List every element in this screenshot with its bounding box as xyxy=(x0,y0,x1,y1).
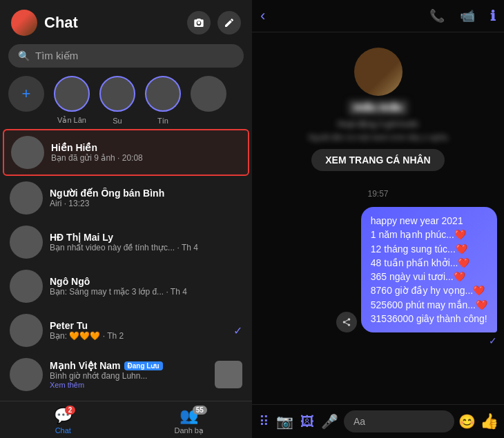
story-item-3[interactable] xyxy=(191,76,226,112)
chat-avatar-2 xyxy=(10,226,43,259)
apps-icon[interactable]: ⠿ xyxy=(258,412,271,431)
story-label-2: Tín xyxy=(145,117,181,125)
edit-button[interactable] xyxy=(217,11,241,34)
chat-list: Hiền Hiền Bạn đã gửi 9 ảnh · 20:08 Người… xyxy=(0,129,252,401)
chat-info-1: Người đến Ông bán Bình Airi · 13:23 xyxy=(50,188,242,208)
chat-item-1[interactable]: Người đến Ông bán Bình Airi · 13:23 xyxy=(3,176,249,220)
emoji-button[interactable]: 😊 xyxy=(458,413,476,430)
chat-avatar-5 xyxy=(10,358,43,391)
image-input-icon[interactable]: 🖼 xyxy=(299,412,316,431)
app-title: Chat xyxy=(44,14,180,32)
chat-avatar-4 xyxy=(10,314,43,347)
chat-avatar-0 xyxy=(11,136,44,169)
chat-item-0[interactable]: Hiền Hiền Bạn đã gửi 9 ảnh · 20:08 xyxy=(3,129,249,176)
nav-contacts[interactable]: 👥 Danh bạ 55 xyxy=(126,407,253,435)
mic-icon[interactable]: 🎤 xyxy=(320,412,340,431)
chat-name-2: HĐ Thị Mai Ly xyxy=(50,232,242,243)
story-label-1: Su xyxy=(99,117,135,125)
chat-input-bar: ⠿ 📷 🖼 🎤 Aa 😊 👍 xyxy=(252,404,504,438)
chat-avatar-3 xyxy=(10,270,43,303)
message-timestamp: 19:57 xyxy=(259,189,497,199)
story-avatar-1 xyxy=(99,76,135,112)
story-avatar-2 xyxy=(145,76,181,112)
nav-chat[interactable]: 2 💬 Chat xyxy=(0,407,126,435)
check-icon: ✓ xyxy=(233,324,242,337)
chat-badge: 2 xyxy=(65,406,76,415)
chat-name-4: Peter Tu xyxy=(50,320,226,331)
chat-name-0: Hiền Hiền xyxy=(51,142,241,153)
share-button[interactable] xyxy=(336,312,357,332)
seen-row: ✓ xyxy=(259,335,497,346)
story-avatar-0 xyxy=(54,76,90,112)
chat-item-2[interactable]: HĐ Thị Mai Ly Bạn nhất video này đề tính… xyxy=(3,220,249,264)
chat-item-5[interactable]: Mạnh Việt Nam Đang Lưu Bình giờ nhớt đan… xyxy=(3,352,249,397)
header-icons xyxy=(187,11,241,34)
call-icon[interactable]: 📞 xyxy=(429,8,445,23)
chat-info-0: Hiền Hiền Bạn đã gửi 9 ảnh · 20:08 xyxy=(51,142,241,163)
search-icon: 🔍 xyxy=(18,50,30,61)
contact-desc: Người đến từ một hành trình đầy ý nghĩa xyxy=(309,133,448,142)
video-icon[interactable]: 📹 xyxy=(460,8,475,23)
chat-item-6[interactable]: Châu Thị Hồng Nhi xyxy=(3,397,249,401)
chat-info-2: HĐ Thị Mai Ly Bạn nhất video này đề tính… xyxy=(50,232,242,252)
seen-icon: ✓ xyxy=(489,335,497,346)
add-story-button[interactable]: + xyxy=(8,76,44,112)
chat-preview-1: Airi · 13:23 xyxy=(50,199,242,208)
chat-avatar-1 xyxy=(10,181,43,215)
chat-item-3[interactable]: Ngô Ngô Bạn: Sáng may t mặc 3 lớp đ... ·… xyxy=(3,264,249,308)
chat-preview-2: Bạn nhất video này đề tính thực... · Th … xyxy=(50,243,242,252)
story-avatar-3 xyxy=(191,76,226,112)
chat-item-4[interactable]: Peter Tu Bạn: 🧡🧡🧡 · Th 2 ✓ xyxy=(3,308,249,352)
contact-card: Hiền Hiền Hoạt động 3 giờ trước Người đế… xyxy=(259,41,497,181)
chat-preview-5: Bình giờ nhớt đang Luhn... xyxy=(50,371,208,381)
search-bar[interactable]: 🔍 Tìm kiếm xyxy=(8,44,244,68)
chat-name-5: Mạnh Việt Nam Đang Lưu xyxy=(50,360,208,371)
chat-name-3: Ngô Ngô xyxy=(50,276,242,287)
message-row-sent: happy new year 2021 1 năm hạnh phúc...❤️… xyxy=(259,207,497,332)
contact-subtitle: Hoạt động 3 giờ trước xyxy=(338,119,418,129)
left-header: Chat xyxy=(0,0,252,41)
bottom-nav: 2 💬 Chat 👥 Danh bạ 55 xyxy=(0,401,252,438)
contacts-badge: 55 xyxy=(193,406,207,415)
story-labels: Vản Lân Su Tín xyxy=(0,115,252,129)
info-icon[interactable]: ℹ xyxy=(490,8,496,24)
chat-nav-label: Chat xyxy=(55,426,71,435)
message-bubble: happy new year 2021 1 năm hạnh phúc...❤️… xyxy=(361,207,497,332)
message-input[interactable]: Aa xyxy=(344,410,454,432)
camera-button[interactable] xyxy=(187,11,211,34)
contact-name: Hiền Hiền xyxy=(348,100,408,115)
chat-preview-0: Bạn đã gửi 9 ảnh · 20:08 xyxy=(51,153,241,163)
chat-info-4: Peter Tu Bạn: 🧡🧡🧡 · Th 2 xyxy=(50,320,226,341)
right-panel: ‹ 📞 📹 ℹ Hiền Hiền Hoạt động 3 giờ trước … xyxy=(252,0,504,438)
like-button[interactable]: 👍 xyxy=(480,412,498,430)
view-profile-button[interactable]: XEM TRANG CÁ NHÂN xyxy=(311,149,444,171)
contact-avatar xyxy=(354,48,403,96)
search-placeholder: Tìm kiếm xyxy=(35,50,78,62)
left-panel: Chat 🔍 Tìm kiếm + xyxy=(0,0,252,438)
chat-name-1: Người đến Ông bán Bình xyxy=(50,188,242,199)
story-label-0: Vản Lân xyxy=(54,116,90,125)
chat-info-3: Ngô Ngô Bạn: Sáng may t mặc 3 lớp đ... ·… xyxy=(50,276,242,297)
story-row: + xyxy=(0,73,252,115)
back-button[interactable]: ‹ xyxy=(260,7,265,25)
story-item-0[interactable] xyxy=(54,76,90,112)
right-header: ‹ 📞 📹 ℹ xyxy=(252,0,504,32)
chat-preview-3: Bạn: Sáng may t mặc 3 lớp đ... · Th 4 xyxy=(50,287,242,297)
xem-them-link[interactable]: Xem thêm xyxy=(50,381,208,389)
chat-body: Hiền Hiền Hoạt động 3 giờ trước Người đế… xyxy=(252,32,504,404)
camera-input-icon[interactable]: 📷 xyxy=(275,412,295,431)
user-avatar[interactable] xyxy=(11,10,37,36)
story-item-1[interactable] xyxy=(99,76,135,112)
story-item-2[interactable] xyxy=(145,76,181,112)
story-add-item: + xyxy=(8,76,44,112)
chat-preview-4: Bạn: 🧡🧡🧡 · Th 2 xyxy=(50,331,226,341)
chat-info-5: Mạnh Việt Nam Đang Lưu Bình giờ nhớt đan… xyxy=(50,360,208,389)
contacts-nav-label: Danh bạ xyxy=(175,426,204,435)
chat-meta-4: ✓ xyxy=(233,324,242,337)
chat-thumb-5 xyxy=(215,361,242,388)
